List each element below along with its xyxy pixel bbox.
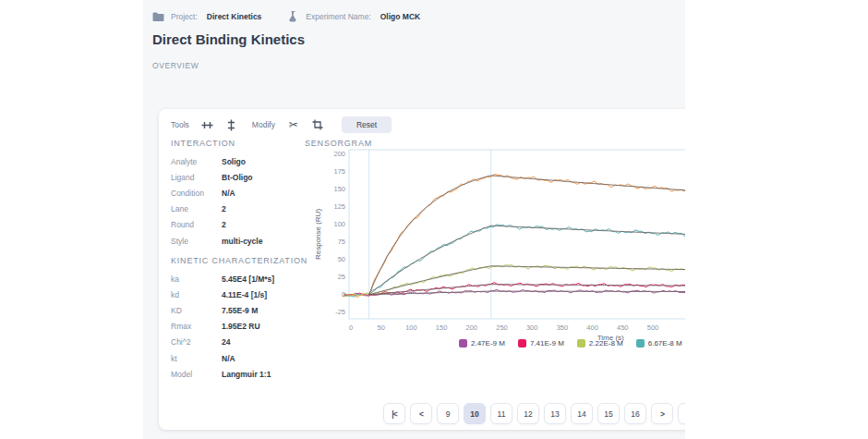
info-row-round: Round2: [171, 217, 309, 233]
svg-text:125: 125: [333, 202, 345, 211]
sensorgram-card: Tools Modify ✂ Reset INTERACTION Analyte…: [159, 109, 685, 430]
info-row-ligand: LigandBt-Oligo: [171, 169, 309, 185]
field-label: kd: [171, 290, 222, 299]
kinetics-rows: ka5.45E4 [1/M*s] kd4.11E-4 [1/s] KD7.55E…: [171, 271, 309, 382]
field-value: multi-cycle: [222, 237, 262, 246]
page-button-12[interactable]: 12: [517, 403, 539, 424]
legend-swatch: [518, 339, 526, 348]
field-value: 24: [222, 337, 230, 347]
prev-page-button[interactable]: <: [410, 403, 432, 424]
svg-text:50: 50: [378, 323, 385, 332]
page-button-13[interactable]: 13: [544, 403, 566, 424]
svg-text:75: 75: [338, 238, 345, 246]
svg-text:100: 100: [333, 220, 345, 228]
svg-text:-25: -25: [335, 308, 345, 316]
experiment-context: Experiment Name: Oligo MCK: [285, 9, 420, 24]
page-button-9[interactable]: 9: [437, 403, 459, 424]
next-page-button[interactable]: >: [651, 403, 673, 424]
app-content-region: Project: Direct Kinetics Experiment Name…: [143, 0, 685, 439]
svg-text:25: 25: [338, 273, 345, 281]
field-label: Ligand: [171, 173, 222, 182]
svg-text:250: 250: [496, 323, 508, 332]
page-title: Direct Binding Kinetics: [152, 31, 305, 47]
first-page-button[interactable]: |<: [383, 403, 405, 424]
legend-item[interactable]: 7.41E-9 M: [518, 339, 564, 348]
kinetics-heading: KINETIC CHARACTERIZATION: [171, 256, 309, 265]
info-row-ka: ka5.45E4 [1/M*s]: [171, 271, 309, 287]
pagination: |< < 9 10 11 12 13 14 15 16 > >|: [383, 403, 685, 424]
field-label: ka: [171, 274, 222, 284]
field-value: 2: [222, 220, 226, 229]
svg-text:200: 200: [333, 150, 345, 158]
legend-swatch: [577, 339, 585, 348]
experiment-value: Oligo MCK: [380, 12, 420, 21]
cut-icon[interactable]: ✂: [286, 117, 301, 132]
svg-text:175: 175: [333, 167, 345, 176]
last-page-button[interactable]: >|: [678, 403, 685, 424]
info-row-kt: ktN/A: [171, 350, 309, 366]
info-row-kd: kd4.11E-4 [1/s]: [171, 287, 309, 302]
field-label: Round: [171, 220, 222, 229]
field-label: Model: [171, 370, 222, 379]
pan-horizontal-icon[interactable]: [200, 117, 215, 132]
folder-icon: [151, 9, 165, 24]
page-button-15[interactable]: 15: [597, 403, 620, 424]
field-value: Soligo: [222, 157, 246, 166]
svg-text:Response (RU): Response (RU): [314, 209, 322, 260]
field-label: KD: [171, 306, 222, 315]
field-value: 1.95E2 RU: [222, 322, 260, 331]
svg-text:150: 150: [333, 185, 345, 193]
svg-text:350: 350: [557, 323, 569, 332]
field-label: Rmax: [171, 322, 222, 331]
info-row-rmax: Rmax1.95E2 RU: [171, 319, 309, 335]
legend-item[interactable]: 6.67E-8 M: [636, 339, 682, 348]
svg-text:100: 100: [405, 323, 417, 332]
svg-text:500: 500: [647, 323, 659, 332]
modify-label: Modify: [252, 120, 275, 129]
field-label: Analyte: [171, 157, 222, 166]
svg-text:300: 300: [526, 323, 538, 332]
field-label: kt: [171, 354, 222, 363]
legend-swatch: [459, 339, 467, 348]
info-row-KD: KD7.55E-9 M: [171, 303, 309, 319]
page-button-11[interactable]: 11: [490, 403, 512, 424]
chart-legend: 2.47E-9 M 7.41E-9 M 2.22E-8 M 6.67E-8 M …: [459, 339, 685, 348]
crop-icon[interactable]: [310, 117, 325, 132]
legend-label: 7.41E-9 M: [530, 339, 564, 348]
field-value: 2: [222, 204, 226, 213]
info-row-lane: Lane2: [171, 201, 309, 217]
project-value: Direct Kinetics: [207, 12, 262, 21]
field-value: N/A: [222, 354, 235, 363]
field-label: Chi^2: [171, 337, 222, 347]
reset-button[interactable]: Reset: [342, 116, 392, 133]
svg-text:150: 150: [436, 323, 448, 332]
svg-text:0: 0: [349, 323, 353, 332]
interaction-heading: INTERACTION: [171, 139, 309, 148]
field-label: Condition: [171, 189, 222, 198]
sensorgram-chart[interactable]: 2001751501251007550250-25050100150200250…: [311, 146, 685, 363]
field-label: Lane: [171, 204, 222, 213]
legend-label: 2.22E-8 M: [589, 339, 623, 348]
legend-item[interactable]: 2.22E-8 M: [577, 339, 623, 348]
info-row-condition: ConditionN/A: [171, 185, 309, 201]
info-row-analyte: AnalyteSoligo: [171, 153, 309, 169]
page-button-10[interactable]: 10: [464, 403, 486, 424]
field-value: 5.45E4 [1/M*s]: [222, 274, 274, 284]
svg-text:50: 50: [338, 255, 345, 263]
page-button-14[interactable]: 14: [571, 403, 593, 424]
pan-vertical-icon[interactable]: [224, 117, 239, 132]
chart-canvas[interactable]: 2001751501251007550250-25050100150200250…: [311, 146, 685, 363]
legend-swatch: [636, 339, 645, 348]
page-button-16[interactable]: 16: [624, 403, 646, 424]
field-value: N/A: [222, 189, 235, 198]
experiment-label: Experiment Name:: [306, 12, 370, 21]
field-value: Langmuir 1:1: [222, 370, 271, 379]
chart-toolbar: Tools Modify ✂ Reset: [171, 116, 392, 133]
svg-text:200: 200: [466, 323, 478, 332]
flask-icon: [285, 9, 300, 24]
field-value: Bt-Oligo: [222, 173, 253, 182]
info-row-model: ModelLangmuir 1:1: [171, 366, 309, 382]
field-value: 7.55E-9 M: [222, 306, 258, 315]
field-label: Style: [171, 237, 222, 246]
legend-item[interactable]: 2.47E-9 M: [459, 339, 505, 348]
